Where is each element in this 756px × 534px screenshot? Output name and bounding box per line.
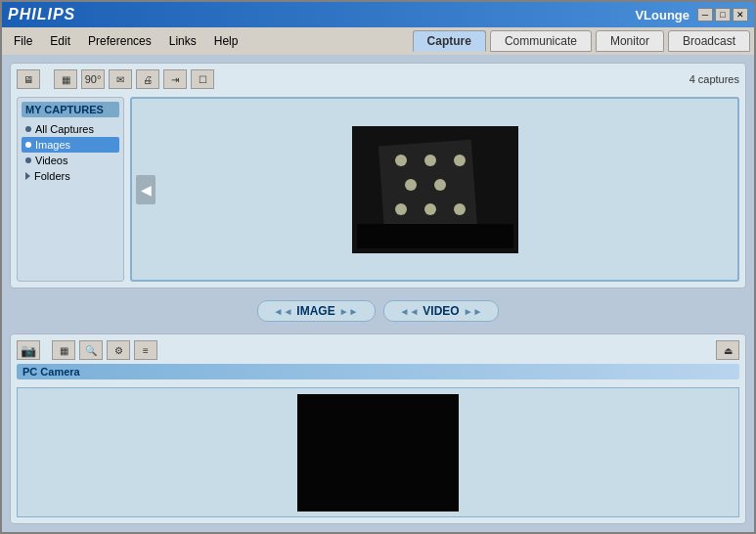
svg-point-7	[395, 203, 407, 215]
captures-main: MY CAPTURES All Captures Images Videos	[17, 97, 739, 282]
svg-point-5	[405, 179, 417, 191]
captures-sidebar: MY CAPTURES All Captures Images Videos	[17, 97, 124, 282]
sidebar-item-all-captures[interactable]: All Captures	[22, 121, 119, 137]
eject-button[interactable]: ⏏	[716, 340, 739, 360]
menu-file[interactable]: File	[6, 31, 40, 51]
capture-image	[352, 126, 518, 253]
svg-point-2	[395, 155, 407, 166]
minimize-button[interactable]: ─	[697, 8, 713, 22]
sidebar-item-folders[interactable]: Folders	[22, 168, 119, 184]
zoom-button[interactable]: 🔍	[79, 340, 103, 360]
svg-point-4	[454, 155, 466, 166]
settings-button[interactable]: ⚙	[107, 340, 130, 360]
monitor-icon-button[interactable]: 🖥	[17, 69, 40, 89]
title-bar-left: PHILIPS	[8, 6, 75, 23]
mode-tab-video[interactable]: ◄◄ VIDEO ►►	[383, 300, 500, 322]
image-viewer: ◀	[130, 97, 739, 282]
camera-source-button[interactable]: 📷	[17, 340, 40, 360]
camera-toolbar: 📷 ▦ 🔍 ⚙ ≡	[17, 340, 157, 360]
bullet-icon	[25, 142, 31, 148]
tab-monitor[interactable]: Monitor	[596, 30, 664, 52]
restore-button[interactable]: □	[715, 8, 731, 22]
close-button[interactable]: ✕	[733, 8, 748, 22]
title-buttons: ─ □ ✕	[697, 8, 748, 22]
sidebar-title: MY CAPTURES	[22, 102, 119, 117]
camera-title: PC Camera	[17, 364, 739, 379]
export-button[interactable]: ⇥	[163, 69, 187, 89]
tab-capture[interactable]: Capture	[413, 30, 486, 52]
mode-tabs: ◄◄ IMAGE ►► ◄◄ VIDEO ►►	[10, 296, 746, 326]
bullet-icon	[25, 126, 31, 132]
grid-view-button[interactable]: ▦	[54, 69, 77, 89]
menu-bar: File Edit Preferences Links Help Capture…	[2, 27, 754, 55]
camera-panel: 📷 ▦ 🔍 ⚙ ≡ ⏏ PC Camera	[10, 334, 746, 524]
menu-links[interactable]: Links	[161, 31, 204, 51]
triangle-icon	[25, 172, 30, 180]
left-arrow-video: ◄◄	[400, 306, 420, 317]
right-arrow-video: ►►	[464, 306, 483, 317]
rotate-button[interactable]: 90°	[81, 69, 105, 89]
content-area: 🖥 ▦ 90° ✉ 🖨 ⇥ ☐ 4 captures MY CAPTURES A…	[2, 55, 754, 532]
nav-tabs: Capture Communicate Monitor Broadcast	[413, 30, 750, 52]
title-bar: PHILIPS VLounge ─ □ ✕	[2, 2, 754, 27]
svg-rect-1	[378, 139, 476, 233]
philips-logo: PHILIPS	[8, 6, 75, 23]
camera-view-button[interactable]: ▦	[52, 340, 75, 360]
captures-panel: 🖥 ▦ 90° ✉ 🖨 ⇥ ☐ 4 captures MY CAPTURES A…	[10, 63, 746, 289]
mode-tab-image[interactable]: ◄◄ IMAGE ►►	[257, 300, 376, 322]
camera-view	[17, 387, 739, 517]
right-arrow-image: ►►	[339, 306, 359, 317]
captures-toolbar: 🖥 ▦ 90° ✉ 🖨 ⇥ ☐ 4 captures	[17, 69, 739, 89]
menu-preferences[interactable]: Preferences	[80, 31, 159, 51]
menu-help[interactable]: Help	[206, 31, 246, 51]
tab-communicate[interactable]: Communicate	[490, 30, 592, 52]
svg-point-8	[424, 203, 436, 215]
dice-image-svg	[357, 131, 513, 248]
main-window: PHILIPS VLounge ─ □ ✕ File Edit Preferen…	[0, 0, 756, 534]
print-button[interactable]: 🖨	[136, 69, 159, 89]
prev-image-button[interactable]: ◀	[136, 175, 156, 204]
left-arrow-image: ◄◄	[274, 306, 293, 317]
adjust-button[interactable]: ≡	[134, 340, 157, 360]
svg-rect-10	[357, 224, 513, 248]
camera-feed	[297, 394, 459, 512]
delete-button[interactable]: ☐	[191, 69, 214, 89]
menu-edit[interactable]: Edit	[42, 31, 78, 51]
captures-count: 4 captures	[689, 73, 739, 85]
sidebar-item-images[interactable]: Images	[22, 137, 119, 153]
title-bar-right: VLounge ─ □ ✕	[635, 8, 748, 22]
sidebar-item-videos[interactable]: Videos	[22, 153, 119, 168]
tab-broadcast[interactable]: Broadcast	[668, 30, 750, 52]
vlounge-title: VLounge	[635, 8, 689, 22]
svg-point-3	[424, 155, 436, 166]
bullet-icon	[25, 157, 31, 163]
email-button[interactable]: ✉	[109, 69, 132, 89]
camera-header: 📷 ▦ 🔍 ⚙ ≡ ⏏	[17, 340, 739, 360]
svg-point-9	[454, 203, 466, 215]
svg-point-6	[434, 179, 446, 191]
